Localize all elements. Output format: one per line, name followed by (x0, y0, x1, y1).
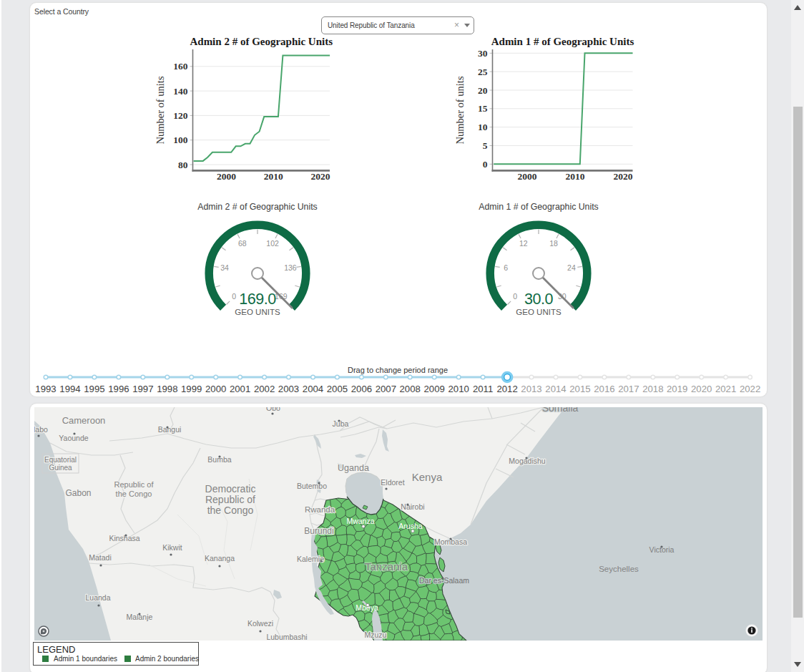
svg-text:Uganda: Uganda (338, 463, 369, 473)
svg-text:12: 12 (519, 239, 528, 248)
svg-text:2000: 2000 (217, 171, 236, 182)
svg-text:5: 5 (483, 140, 488, 151)
svg-text:160: 160 (173, 61, 188, 72)
svg-text:2000: 2000 (518, 171, 537, 182)
svg-text:2012: 2012 (496, 384, 517, 394)
svg-text:2010: 2010 (566, 171, 585, 182)
svg-text:1993: 1993 (35, 384, 56, 394)
svg-text:2003: 2003 (278, 384, 299, 394)
svg-text:Admin 1 # of Geographic Units: Admin 1 # of Geographic Units (491, 36, 634, 47)
svg-text:2007: 2007 (376, 384, 396, 394)
svg-text:Rwanda: Rwanda (305, 505, 335, 514)
svg-text:Yaounde: Yaounde (59, 434, 88, 442)
svg-text:0: 0 (232, 292, 236, 301)
svg-text:2001: 2001 (230, 384, 250, 394)
svg-text:Burundi: Burundi (304, 526, 333, 536)
svg-text:Bangui: Bangui (158, 425, 182, 434)
svg-text:2011: 2011 (473, 384, 493, 394)
svg-text:Juba: Juba (333, 419, 349, 428)
svg-text:Gabon: Gabon (65, 488, 91, 498)
svg-text:1997: 1997 (132, 384, 153, 394)
svg-text:140: 140 (173, 86, 188, 97)
svg-text:Kolwezi: Kolwezi (247, 619, 273, 628)
svg-text:136: 136 (284, 263, 297, 272)
svg-text:Kinshasa: Kinshasa (109, 534, 139, 542)
svg-text:2002: 2002 (254, 384, 275, 394)
svg-text:Eldoret: Eldoret (381, 478, 404, 487)
svg-text:2015: 2015 (569, 384, 590, 394)
svg-text:Mwanza: Mwanza (346, 517, 374, 525)
svg-text:Dar es-Salaam: Dar es-Salaam (419, 576, 469, 585)
svg-text:18: 18 (549, 239, 558, 248)
svg-text:2006: 2006 (351, 384, 372, 394)
svg-text:1998: 1998 (157, 384, 177, 394)
svg-text:2010: 2010 (264, 171, 283, 182)
svg-text:1995: 1995 (84, 384, 104, 394)
svg-text:2013: 2013 (521, 384, 541, 394)
svg-text:2019: 2019 (667, 384, 687, 394)
svg-text:Luanda: Luanda (85, 593, 110, 602)
svg-text:Number of units: Number of units (155, 76, 166, 144)
svg-text:Butembo: Butembo (297, 482, 327, 490)
svg-text:Lubumbashi: Lubumbashi (266, 633, 307, 641)
svg-text:2008: 2008 (400, 384, 421, 394)
svg-text:25: 25 (478, 67, 488, 77)
svg-text:1999: 1999 (181, 384, 202, 394)
svg-text:2021: 2021 (715, 384, 736, 394)
svg-text:the Congo: the Congo (116, 490, 152, 498)
svg-text:169.0: 169.0 (239, 291, 276, 308)
svg-text:Nairobi: Nairobi (401, 502, 424, 511)
svg-text:2009: 2009 (424, 384, 445, 394)
svg-text:GEO UNITS: GEO UNITS (516, 308, 562, 316)
svg-text:Republic of: Republic of (205, 494, 255, 505)
svg-text:Democratic: Democratic (205, 483, 256, 495)
svg-text:2017: 2017 (618, 384, 639, 394)
svg-text:Admin 2 # of Geographic Units: Admin 2 # of Geographic Units (190, 36, 333, 47)
svg-text:Equatorial: Equatorial (44, 456, 77, 464)
svg-text:2018: 2018 (642, 384, 663, 394)
svg-text:80: 80 (178, 160, 188, 170)
svg-text:Kikwit: Kikwit (162, 543, 182, 552)
svg-text:2016: 2016 (594, 384, 614, 394)
svg-text:6: 6 (504, 263, 508, 272)
svg-text:the Congo: the Congo (207, 505, 254, 516)
svg-text:0: 0 (513, 292, 517, 301)
svg-text:2020: 2020 (691, 384, 712, 394)
svg-text:2020: 2020 (311, 171, 330, 182)
svg-text:Guinea: Guinea (49, 464, 72, 472)
svg-text:Number of units: Number of units (454, 76, 466, 144)
svg-text:GEO UNITS: GEO UNITS (235, 308, 280, 316)
svg-text:100: 100 (173, 135, 188, 145)
svg-text:0: 0 (483, 159, 488, 170)
svg-text:1996: 1996 (108, 384, 129, 394)
svg-text:alabo: alabo (34, 425, 48, 434)
svg-text:2022: 2022 (740, 384, 760, 394)
svg-text:Republic of: Republic of (114, 480, 154, 489)
svg-text:30: 30 (478, 48, 488, 59)
svg-text:Somalia: Somalia (542, 407, 579, 414)
svg-text:15: 15 (478, 103, 488, 114)
svg-text:2014: 2014 (545, 384, 566, 394)
svg-text:24: 24 (567, 263, 576, 272)
svg-text:2000: 2000 (205, 384, 226, 394)
svg-text:Drag to change period range: Drag to change period range (348, 366, 448, 374)
svg-text:10: 10 (478, 122, 488, 132)
svg-text:Cameroon: Cameroon (62, 415, 106, 426)
svg-text:68: 68 (238, 239, 247, 248)
svg-text:20: 20 (478, 85, 488, 96)
svg-text:Matadi: Matadi (89, 553, 112, 562)
svg-text:Kananga: Kananga (205, 554, 235, 563)
svg-text:Obo: Obo (266, 407, 280, 412)
svg-text:34: 34 (220, 263, 229, 272)
svg-text:Kalemie: Kalemie (297, 555, 324, 563)
svg-text:2005: 2005 (327, 384, 348, 394)
svg-text:102: 102 (266, 239, 279, 248)
svg-text:Mzuzu: Mzuzu (365, 630, 387, 639)
svg-text:Tanzania: Tanzania (365, 560, 408, 573)
svg-text:Arusha: Arusha (398, 522, 422, 530)
svg-text:1994: 1994 (59, 384, 80, 394)
svg-text:120: 120 (173, 110, 188, 121)
svg-text:2004: 2004 (303, 384, 323, 394)
svg-text:Kenya: Kenya (412, 471, 443, 483)
svg-text:30.0: 30.0 (524, 291, 553, 308)
